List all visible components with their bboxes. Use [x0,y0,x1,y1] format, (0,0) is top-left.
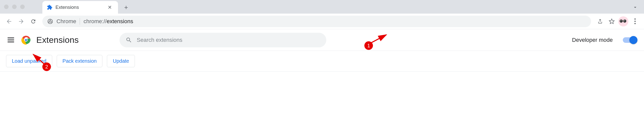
page-title: Extensions [36,35,79,45]
browser-menu-icon[interactable] [630,16,640,26]
tab-overflow-chevron-icon[interactable] [632,5,638,10]
omnibox-host: Chrome [56,18,76,25]
developer-mode-toggle[interactable] [623,37,636,43]
omnibox-path: chrome://extensions [83,18,133,25]
back-button[interactable] [4,16,14,26]
tab-strip: Extensions ✕ + [42,0,132,14]
forward-button[interactable] [16,16,26,26]
omnibox-separator [80,18,80,25]
reload-button[interactable] [28,16,38,26]
window-minimize-dot[interactable] [12,5,17,9]
window-controls [4,5,25,9]
window-close-dot[interactable] [4,5,9,9]
window-titlebar: Extensions ✕ + [0,0,644,14]
window-zoom-dot[interactable] [20,5,25,9]
pack-extension-button[interactable]: Pack extension [57,55,103,67]
toolbar-right [595,16,640,26]
update-button[interactable]: Update [107,55,135,67]
svg-point-1 [49,20,51,22]
tab-extensions[interactable]: Extensions ✕ [42,1,118,14]
puzzle-piece-icon [47,5,52,10]
extensions-header: Extensions Developer mode [0,29,644,51]
developer-actions-row: Load unpacked Pack extension Update [0,51,644,72]
search-extensions-field[interactable] [120,33,326,47]
browser-toolbar: Chrome chrome://extensions [0,14,644,29]
search-icon [126,37,132,43]
chrome-logo-icon [21,35,31,45]
load-unpacked-button[interactable]: Load unpacked [6,55,52,67]
main-menu-icon[interactable] [6,36,16,44]
bookmark-star-icon[interactable] [607,16,617,26]
share-icon[interactable] [595,16,605,26]
developer-mode-label: Developer mode [572,37,613,43]
tab-title: Extensions [55,5,103,10]
address-bar[interactable]: Chrome chrome://extensions [42,16,591,27]
close-tab-icon[interactable]: ✕ [106,4,113,10]
chrome-monochrome-icon [47,19,53,24]
search-input[interactable] [137,37,320,43]
profile-avatar[interactable] [618,16,628,26]
new-tab-button[interactable]: + [121,2,132,13]
